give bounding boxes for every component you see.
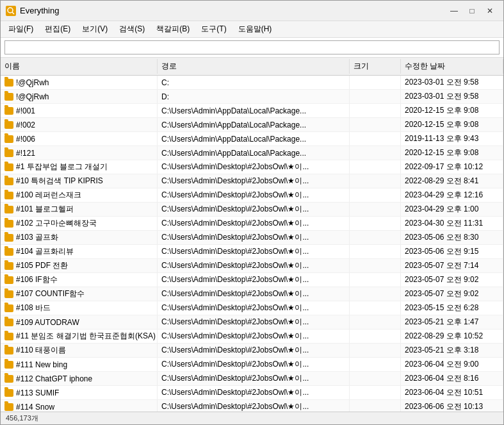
close-button[interactable]: ✕ [482, 4, 498, 18]
table-row[interactable]: #112 ChatGPT iphoneC:\Users\Admin\Deskto… [1, 372, 503, 386]
file-path-cell: C:\Users\Admin\AppData\Local\Package... [158, 118, 350, 131]
file-modified-cell: 2022-09-17 오후 10:12 [401, 160, 503, 174]
table-row[interactable]: #!121C:\Users\Admin\AppData\Local\Packag… [1, 146, 503, 160]
folder-icon [4, 220, 13, 228]
file-path-cell: C:\Users\Admin\AppData\Local\Package... [158, 146, 350, 160]
file-name-cell: #!006 [1, 132, 158, 146]
file-modified-cell: 2022-08-29 오후 10:52 [401, 329, 503, 343]
folder-icon [4, 403, 13, 411]
file-size-cell [350, 259, 401, 272]
table-row[interactable]: #110 태풍이름C:\Users\Admin\Desktop\#2JobsOw… [1, 344, 503, 358]
folder-icon [4, 163, 13, 171]
menu-item[interactable]: 보기(V) [77, 22, 113, 36]
menu-item[interactable]: 도구(T) [196, 22, 231, 36]
file-name-cell: #111 New bing [1, 358, 158, 371]
status-bar: 456,173개 [1, 412, 503, 424]
maximize-button[interactable]: □ [464, 4, 480, 18]
table-row[interactable]: #111 New bingC:\Users\Admin\Desktop\#2Jo… [1, 358, 503, 372]
menu-item[interactable]: 편집(E) [40, 22, 76, 36]
file-name: #110 태풍이름 [16, 345, 66, 356]
search-bar [1, 38, 503, 58]
menu-item[interactable]: 검색(S) [114, 22, 150, 36]
col-size[interactable]: 크기 [350, 59, 401, 74]
file-name: #!121 [16, 149, 35, 158]
file-size-cell [350, 90, 401, 103]
file-name-cell: #1 투잡부업 블로그 개설기 [1, 160, 158, 174]
table-row[interactable]: #106 IF함수C:\Users\Admin\Desktop\#2JobsOw… [1, 273, 503, 287]
table-row[interactable]: #1 투잡부업 블로그 개설기C:\Users\Admin\Desktop\#2… [1, 160, 503, 174]
file-size-cell [350, 344, 401, 357]
table-row[interactable]: #!001C:\Users\Admin\AppData\Local\Packag… [1, 104, 503, 118]
file-size-cell [350, 386, 401, 399]
file-name-cell: #!001 [1, 104, 158, 117]
menu-item[interactable]: 책갈피(B) [151, 22, 195, 36]
file-size-cell [350, 358, 401, 371]
file-modified-cell: 2023-06-04 오전 8:16 [401, 372, 503, 385]
menu-item[interactable]: 도움말(H) [233, 22, 277, 36]
file-path-cell: C:\Users\Admin\Desktop\#2JobsOwl\★이... [158, 386, 350, 399]
file-path-cell: C:\Users\Admin\Desktop\#2JobsOwl\★이... [158, 329, 350, 343]
file-modified-cell: 2023-05-06 오전 8:30 [401, 231, 503, 244]
col-name[interactable]: 이름 [1, 59, 158, 74]
table-header: 이름 경로 크기 수정한 날짜 [1, 58, 503, 76]
table-row[interactable]: #11 분임조 해결기법 한국표준협회(KSA)C:\Users\Admin\D… [1, 329, 503, 344]
table-row[interactable]: #102 고구마순뼈해장국C:\Users\Admin\Desktop\#2Jo… [1, 217, 503, 231]
svg-point-0 [8, 8, 13, 13]
file-modified-cell: 2023-06-04 오전 9:00 [401, 358, 503, 371]
col-path[interactable]: 경로 [158, 59, 350, 74]
table-row[interactable]: #104 골프화리뷰C:\Users\Admin\Desktop\#2JobsO… [1, 245, 503, 259]
file-name: #108 바드 [16, 303, 51, 313]
table-row[interactable]: #!002C:\Users\Admin\AppData\Local\Packag… [1, 118, 503, 132]
table-row[interactable]: #108 바드C:\Users\Admin\Desktop\#2JobsOwl\… [1, 301, 503, 315]
file-name-cell: #104 골프화리뷰 [1, 245, 158, 258]
file-modified-cell: 2023-05-21 오후 1:47 [401, 315, 503, 329]
table-row[interactable]: #101 블로그헬퍼C:\Users\Admin\Desktop\#2JobsO… [1, 203, 503, 217]
file-name: #107 COUNTIF함수 [16, 288, 85, 299]
file-modified-cell: 2023-04-29 오후 12:16 [401, 188, 503, 202]
table-row[interactable]: #107 COUNTIF함수C:\Users\Admin\Desktop\#2J… [1, 287, 503, 301]
folder-icon [4, 375, 13, 383]
window-title: Everything [20, 6, 446, 15]
folder-icon [4, 178, 13, 185]
folder-icon [4, 93, 13, 101]
table-row[interactable]: #100 레퍼런스재크C:\Users\Admin\Desktop\#2Jobs… [1, 188, 503, 203]
table-row[interactable]: !@QjRwhC:2023-03-01 오전 9:58 [1, 76, 503, 90]
file-name-cell: #109 AUTODRAW [1, 315, 158, 329]
menu-item[interactable]: 파일(F) [3, 22, 38, 36]
table-row[interactable]: #109 AUTODRAWC:\Users\Admin\Desktop\#2Jo… [1, 315, 503, 329]
file-name: !@QjRwh [16, 78, 49, 87]
col-modified[interactable]: 수정한 날짜 [401, 59, 503, 74]
table-row[interactable]: #105 PDF 전환C:\Users\Admin\Desktop\#2Jobs… [1, 259, 503, 273]
file-size-cell [350, 203, 401, 216]
file-path-cell: C:\Users\Admin\Desktop\#2JobsOwl\★이... [158, 273, 350, 287]
file-name-cell: #110 태풍이름 [1, 344, 158, 357]
file-modified-cell: 2020-12-15 오후 9:08 [401, 146, 503, 160]
file-name: #113 SUMIF [16, 388, 59, 397]
file-name: #105 PDF 전환 [16, 260, 68, 271]
file-size-cell [350, 231, 401, 244]
minimize-button[interactable]: — [446, 4, 462, 18]
folder-icon [4, 121, 13, 129]
file-size-cell [350, 245, 401, 258]
file-path-cell: C:\Users\Admin\Desktop\#2JobsOwl\★이... [158, 315, 350, 329]
file-modified-cell: 2023-04-29 오후 1:00 [401, 203, 503, 216]
table-row[interactable]: #103 골프화C:\Users\Admin\Desktop\#2JobsOwl… [1, 231, 503, 245]
file-name-cell: #112 ChatGPT iphone [1, 372, 158, 385]
file-list: !@QjRwhC:2023-03-01 오전 9:58!@QjRwhD:2023… [1, 76, 503, 412]
folder-icon [4, 107, 13, 115]
file-path-cell: C:\Users\Admin\Desktop\#2JobsOwl\★이... [158, 245, 350, 258]
table-row[interactable]: #114 SnowC:\Users\Admin\Desktop\#2JobsOw… [1, 400, 503, 412]
table-row[interactable]: #10 특허검색 TIP KIPRISC:\Users\Admin\Deskto… [1, 174, 503, 188]
file-modified-cell: 2020-12-15 오후 9:08 [401, 104, 503, 117]
file-modified-cell: 2023-05-07 오전 7:14 [401, 259, 503, 272]
file-name-cell: #102 고구마순뼈해장국 [1, 217, 158, 230]
table-row[interactable]: #113 SUMIFC:\Users\Admin\Desktop\#2JobsO… [1, 386, 503, 400]
file-name: #104 골프화리뷰 [16, 246, 74, 257]
menu-bar: 파일(F)편집(E)보기(V)검색(S)책갈피(B)도구(T)도움말(H) [1, 21, 503, 38]
search-input[interactable] [4, 40, 500, 54]
table-row[interactable]: #!006C:\Users\Admin\AppData\Local\Packag… [1, 132, 503, 146]
table-row[interactable]: !@QjRwhD:2023-03-01 오전 9:58 [1, 90, 503, 104]
file-path-cell: C:\Users\Admin\Desktop\#2JobsOwl\★이... [158, 287, 350, 301]
svg-line-1 [12, 12, 14, 14]
file-name-cell: !@QjRwh [1, 90, 158, 103]
